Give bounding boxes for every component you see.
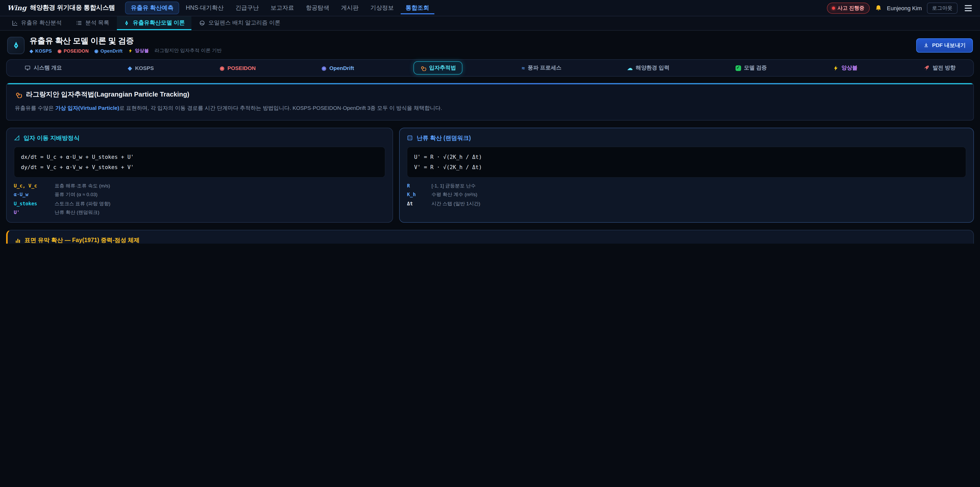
card-title-text: 난류 확산 (랜덤워크): [417, 134, 471, 142]
swirl-icon: [420, 65, 426, 71]
nav-item-integrated-search[interactable]: 통합조회: [401, 2, 434, 14]
lagrangian-section-title: 라그랑지안 입자추적법(Lagrangian Particle Tracking…: [15, 90, 965, 99]
scatter-chart-icon: [12, 20, 18, 26]
badge-label: 앙상블: [135, 48, 149, 54]
nav-item-emergency-rescue[interactable]: 긴급구난: [230, 2, 264, 14]
tab-label: 분석 목록: [85, 19, 109, 27]
param-row: K_h 수평 확산 계수 (m²/s): [407, 192, 966, 198]
section-nav-ocean-environment-input[interactable]: ☁ 해양환경 입력: [620, 61, 676, 75]
list-icon: [76, 20, 82, 26]
nav-item-weather-info[interactable]: 기상정보: [365, 2, 399, 14]
section-nav-opendrift[interactable]: ◉ OpenDrift: [315, 62, 361, 74]
app-logo[interactable]: Wing 해양환경 위기대응 통합시스템: [5, 3, 117, 12]
motion-params: U_c, V_c 표층 해류·조류 속도 (m/s) α·U_w 풍류 기여 (…: [14, 183, 386, 216]
download-icon: [923, 42, 929, 48]
pen-nib-icon: [124, 20, 130, 26]
tab-label: 유출유 확산분석: [21, 19, 62, 27]
badge-label: OpenDrift: [100, 48, 123, 53]
page-header: 유출유 확산 모델 이론 및 검증 ◆ KOSPS ◉ POSEIDON ◉ O: [7, 36, 973, 54]
nav-item-board[interactable]: 게시판: [336, 2, 364, 14]
main-nav: 유출유 확산예측 HNS·대기확산 긴급구난 보고자료 항공탐색 게시판 기상정…: [125, 2, 434, 14]
card-title-text: 표면 유막 확산 — Fay(1971) 중력-점성 체제: [24, 237, 140, 244]
section-nav-label: POSEIDON: [228, 65, 256, 71]
menu-hamburger-icon[interactable]: [963, 2, 974, 14]
param-desc: 시간 스텝 (일반 1시간): [431, 201, 966, 208]
equation-line: dx/dt = U_c + α·U_w + U_stokes + U': [21, 152, 379, 162]
nav-item-oil-spill-prediction[interactable]: 유출유 확산예측: [125, 2, 179, 14]
particle-motion-card-title: 입자 이동 지배방정식: [14, 134, 386, 142]
section-nav-label: 앙상블: [842, 64, 858, 72]
section-nav-label: 모델 검증: [744, 64, 767, 72]
fay-card-title: 표면 유막 확산 — Fay(1971) 중력-점성 체제: [15, 237, 966, 244]
tab-diffusion-model-theory[interactable]: 유출유확산모델 이론: [117, 16, 191, 30]
param-row: Δt 시간 스텝 (일반 1시간): [407, 201, 966, 208]
tab-analysis-list[interactable]: 분석 목록: [69, 16, 116, 30]
tab-spill-analysis[interactable]: 유출유 확산분석: [5, 16, 68, 30]
pdf-export-button[interactable]: PDF 내보내기: [916, 38, 973, 52]
section-nav-future-direction[interactable]: 발전 방향: [917, 61, 962, 75]
badge-kosps: ◆ KOSPS: [30, 48, 52, 53]
tab-oil-boom-algorithm-theory[interactable]: 오일펜스 배치 알고리즘 이론: [192, 16, 287, 30]
badge-label: POSEIDON: [64, 48, 89, 53]
lightning-icon: [128, 48, 133, 53]
wing-logo-icon: Wing: [7, 4, 27, 12]
param-symbol: U_stokes: [14, 201, 55, 206]
dice-icon: [407, 135, 413, 141]
param-symbol: K_h: [407, 192, 431, 197]
motion-equation-code: dx/dt = U_c + α·U_w + U_stokes + U' dy/d…: [14, 147, 386, 178]
sub-tab-bar: 유출유 확산분석 분석 목록 유출유확산모델 이론 오일펜스 배치 알고리즘 이…: [0, 16, 980, 30]
section-nav: 시스템 개요 ◆ KOSPS ◉ POSEIDON ◉ OpenDrift 입자…: [6, 59, 974, 77]
nav-item-aerial-search[interactable]: 항공탐색: [301, 2, 334, 14]
section-nav-poseidon[interactable]: ◉ POSEIDON: [213, 62, 262, 74]
top-navigation-bar: Wing 해양환경 위기대응 통합시스템 유출유 확산예측 HNS·대기확산 긴…: [0, 0, 980, 16]
oil-boom-icon: [199, 20, 205, 26]
section-nav-model-validation[interactable]: ✓ 모델 검증: [729, 61, 773, 75]
page-subtitle: 라그랑지안 입자추적 이론 기반: [155, 48, 222, 54]
section-nav-kosps[interactable]: ◆ KOSPS: [121, 62, 161, 74]
param-desc: 스토크스 표류 (파랑 영향): [55, 201, 386, 208]
section-nav-system-overview[interactable]: 시스템 개요: [18, 61, 68, 75]
random-walk-card: 난류 확산 (랜덤워크) U' = R · √(2K_h / Δt) V' = …: [399, 128, 974, 223]
swirl-icon: [15, 91, 22, 98]
bar-chart-icon: [15, 238, 21, 244]
incident-dot-icon: [832, 6, 835, 10]
param-desc: 풍류 기여 (α ≈ 0.03): [55, 192, 386, 198]
monitor-icon: [24, 65, 30, 71]
tab-label: 오일펜스 배치 알고리즘 이론: [208, 19, 280, 27]
param-row: U_stokes 스토크스 표류 (파랑 영향): [14, 201, 386, 208]
incident-status-label: 사고 진행중: [837, 4, 864, 11]
param-desc: 난류 확산 (랜덤워크): [55, 210, 386, 216]
target-icon: ◉: [57, 48, 62, 53]
fay-spreading-card: 표면 유막 확산 — Fay(1971) 중력-점성 체제 /* 중력-관성 체…: [6, 230, 974, 244]
section-nav-wind-wave-process[interactable]: ≈ 풍파 프로세스: [515, 61, 568, 75]
app-root: Wing 해양환경 위기대응 통합시스템 유출유 확산예측 HNS·대기확산 긴…: [0, 0, 980, 244]
lagrangian-description: 유출유를 수많은 가상 입자(Virtual Particle)로 표현하며, …: [15, 104, 965, 112]
section-nav-ensemble[interactable]: 앙상블: [826, 61, 864, 75]
section-nav-label: KOSPS: [135, 65, 154, 71]
lightning-icon: [833, 65, 838, 71]
param-symbol: R: [407, 183, 431, 188]
page-meta: ◆ KOSPS ◉ POSEIDON ◉ OpenDrift: [30, 48, 221, 54]
main-content: 유출유 확산 모델 이론 및 검증 ◆ KOSPS ◉ POSEIDON ◉ O: [0, 30, 980, 244]
badge-ensemble: 앙상블: [128, 48, 149, 54]
nav-item-reports[interactable]: 보고자료: [266, 2, 299, 14]
target-icon: ◉: [220, 65, 224, 71]
cloud-icon: ☁: [627, 65, 633, 71]
drift-icon: ◉: [94, 48, 99, 53]
param-desc: 표층 해류·조류 속도 (m/s): [55, 183, 386, 190]
check-icon: ✓: [735, 65, 741, 71]
badge-label: KOSPS: [35, 48, 52, 53]
section-nav-label: 해양환경 입력: [636, 64, 670, 72]
nav-item-hns-air-diffusion[interactable]: HNS·대기확산: [181, 2, 229, 14]
incident-status-badge[interactable]: 사고 진행중: [827, 2, 870, 14]
logout-button[interactable]: 로그아웃: [927, 2, 958, 14]
particle-motion-card: 입자 이동 지배방정식 dx/dt = U_c + α·U_w + U_stok…: [6, 128, 393, 223]
equation-line: dy/dt = V_c + α·V_w + V_stokes + V': [21, 162, 379, 172]
drift-icon: ◉: [321, 65, 326, 71]
page-model-icon: [7, 37, 24, 54]
wave-icon: ≈: [522, 65, 525, 71]
badge-poseidon: ◉ POSEIDON: [57, 48, 89, 53]
section-nav-particle-tracking[interactable]: 입자추적법: [413, 61, 463, 75]
notification-bell-icon[interactable]: [875, 4, 882, 11]
diamond-icon: ◆: [128, 65, 132, 71]
